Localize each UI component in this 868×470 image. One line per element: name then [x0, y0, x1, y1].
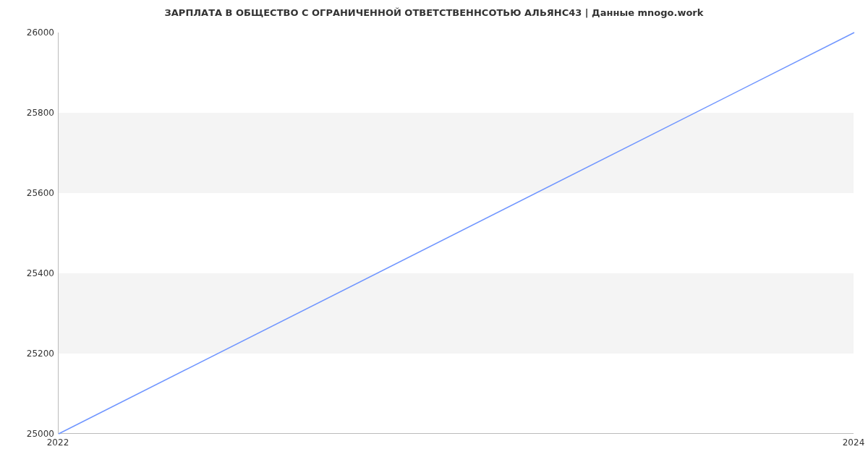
series-line	[59, 33, 854, 434]
x-tick-label: 2022	[47, 437, 69, 448]
x-tick-label: 2024	[843, 437, 865, 448]
y-tick-label: 26000	[4, 27, 54, 38]
line-layer	[59, 33, 854, 433]
plot-area	[58, 33, 854, 434]
chart-title: ЗАРПЛАТА В ОБЩЕСТВО С ОГРАНИЧЕННОЙ ОТВЕТ…	[0, 7, 868, 18]
y-tick-label: 25400	[4, 268, 54, 278]
y-tick-label: 25800	[4, 108, 54, 118]
y-tick-label: 25600	[4, 188, 54, 198]
chart-container: ЗАРПЛАТА В ОБЩЕСТВО С ОГРАНИЧЕННОЙ ОТВЕТ…	[0, 0, 868, 470]
y-tick-label: 25200	[4, 349, 54, 359]
